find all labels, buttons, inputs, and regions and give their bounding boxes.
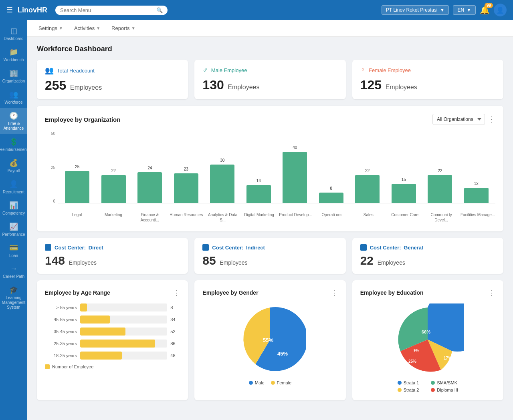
stat-card-male: ♂ Male Employee 130 Employees	[194, 60, 345, 99]
age-bar-row: 25-35 years 86	[45, 340, 180, 348]
org-chart-section: Employee by Organization All Organizatio…	[37, 106, 503, 231]
male-employee-count: 130	[202, 78, 224, 92]
education-chart-more-icon[interactable]: ⋮	[488, 288, 495, 297]
bottom-charts-row: Employee by Age Range ⋮ > 55 years 8 45-…	[37, 280, 503, 400]
search-input[interactable]	[60, 7, 156, 13]
cost-center-row: Cost Center: Direct 148 Employees Cost C…	[37, 238, 503, 274]
org-chart-title: Employee by Organization	[45, 116, 120, 123]
sidebar-item-reimbursement[interactable]: 💲 Reimbursement	[0, 134, 27, 155]
age-chart-legend: Number of Employee	[45, 364, 180, 369]
sidebar-item-lms[interactable]: 🎓 Learning Management System	[0, 282, 27, 313]
s2-legend-dot	[398, 388, 402, 392]
sidebar-item-performance[interactable]: 📈 Performance	[0, 219, 27, 240]
loan-icon: 💳	[9, 243, 18, 252]
stat-card-total: 👥 Total Headcount 255 Employees	[37, 60, 188, 99]
stats-row: 👥 Total Headcount 255 Employees ♂ Male E…	[37, 60, 503, 99]
age-bar-row: 35-45 years 52	[45, 328, 180, 336]
age-bar-row: 18-25 years 48	[45, 352, 180, 360]
bar-col-finance-&-accounti...: 24	[132, 131, 168, 203]
chart-more-icon[interactable]: ⋮	[488, 116, 495, 123]
education-pie-container: 66% 17% 25% 9% Strata 1 SMA/SMK	[360, 303, 495, 392]
user-avatar[interactable]: 👤	[494, 4, 507, 16]
subnav-reports[interactable]: Reports ▼	[107, 22, 140, 34]
hamburger-menu[interactable]: ☰	[6, 6, 13, 14]
subnav-activities[interactable]: Activities ▼	[69, 22, 105, 34]
sidebar-item-dashboard[interactable]: ◫ Dashboard	[0, 23, 27, 44]
bar-col-marketing: 22	[96, 131, 131, 203]
male-legend-dot	[249, 381, 253, 385]
age-bars: > 55 years 8 45-55 years 34 35-45 years …	[45, 303, 180, 360]
language-selector[interactable]: EN ▼	[453, 5, 476, 15]
age-legend-label: Number of Employee	[52, 364, 93, 369]
bar-col-facilities-manage...: 12	[459, 131, 494, 203]
bar-col-operati-ons: 8	[314, 131, 349, 203]
recruitment-icon: 👤	[9, 180, 18, 189]
gender-chart-more-icon[interactable]: ⋮	[331, 288, 338, 297]
time-attendance-icon: 🕐	[9, 111, 18, 120]
cost-indirect-label: Cost Center: Indirect	[212, 245, 265, 251]
cost-direct-count: 148	[45, 254, 65, 267]
female-legend-label: Female	[277, 380, 292, 385]
search-icon: 🔍	[156, 7, 163, 13]
sma-legend-dot	[431, 381, 435, 385]
male-legend-label: Male	[255, 380, 265, 385]
payroll-icon: 💰	[9, 159, 18, 167]
performance-icon: 📈	[9, 222, 18, 231]
edu-legend-s1: Strata 1	[398, 380, 425, 385]
dashboard-icon: ◫	[10, 26, 17, 35]
sidebar-item-workforce[interactable]: 👥 Workforce	[0, 87, 27, 108]
education-chart-title: Employee by Education	[360, 289, 424, 296]
sidebar-item-time-attendance[interactable]: 🕐 Time & Attendance	[0, 108, 27, 134]
sidebar-item-recruitment[interactable]: 👤 Recruitment	[0, 177, 27, 198]
gender-chart-title: Employee by Gender	[202, 289, 258, 296]
gender-pie-container: 55% 45% Male Female	[202, 303, 337, 385]
sidebar-item-organization[interactable]: 🏢 Organization	[0, 66, 27, 87]
gender-pie-legend: Male Female	[249, 380, 292, 385]
bar-chart: 50 25 0 25 22 24	[45, 131, 495, 223]
org-filter-select[interactable]: All Organizations Division A Division B	[432, 114, 485, 125]
notification-bell[interactable]: 🔔 99	[480, 5, 490, 15]
cost-general-unit: Employees	[378, 259, 405, 266]
bar-col-customer-care: 15	[386, 131, 422, 203]
bar-col-analytics-&-data-s...: 30	[205, 131, 240, 203]
total-headcount-icon: 👥	[45, 66, 54, 75]
total-headcount-count: 255	[45, 78, 66, 92]
cost-indirect-count: 85	[202, 254, 216, 267]
cost-direct-label: Cost Center: Direct	[55, 245, 103, 251]
gender-legend-male: Male	[249, 380, 265, 385]
subnav-settings[interactable]: Settings ▼	[34, 22, 68, 34]
organization-icon: 🏢	[9, 69, 18, 78]
workforce-icon: 👥	[9, 90, 18, 99]
topnav-right: PT Linov Roket Prestasi ▼ EN ▼ 🔔 99 👤	[382, 4, 507, 16]
cost-card-general: Cost Center: General 22 Employees	[352, 238, 503, 274]
svg-text:9%: 9%	[414, 348, 419, 352]
company-selector[interactable]: PT Linov Roket Prestasi ▼	[382, 5, 449, 15]
bar-col-product-develop...: 40	[277, 131, 313, 203]
svg-text:66%: 66%	[422, 330, 430, 334]
notification-badge: 99	[485, 3, 493, 8]
age-legend-dot	[45, 364, 50, 369]
sidebar-item-payroll[interactable]: 💰 Payroll	[0, 155, 27, 177]
gender-card: Employee by Gender ⋮ 55% 45% Male	[194, 280, 345, 400]
sidebar-item-career-path[interactable]: → Career Path	[0, 261, 27, 282]
cost-card-indirect: Cost Center: Indirect 85 Employees	[194, 238, 345, 274]
male-employee-unit: Employees	[228, 84, 259, 90]
age-chart-more-icon[interactable]: ⋮	[173, 288, 180, 297]
chevron-down-icon: ▼	[467, 7, 471, 13]
reimbursement-icon: 💲	[9, 137, 18, 146]
education-card: Employee by Education ⋮ 66%	[352, 280, 503, 400]
cost-general-label: Cost Center: General	[370, 245, 423, 251]
sidebar-item-loan[interactable]: 💳 Loan	[0, 240, 27, 261]
cost-direct-icon	[45, 244, 51, 251]
sidebar-item-workbench[interactable]: 📁 Workbench	[0, 44, 27, 66]
edu-legend-d3: Diploma III	[431, 388, 458, 392]
s1-legend-label: Strata 1	[404, 380, 419, 385]
stat-card-female: ♀ Female Employee 125 Employees	[352, 60, 503, 99]
main-content: Workforce Dashboard 👥 Total Headcount 25…	[27, 37, 513, 420]
sidebar-item-competency[interactable]: 📊 Competency	[0, 198, 27, 219]
search-bar[interactable]: 🔍	[55, 6, 168, 15]
svg-text:45%: 45%	[277, 351, 288, 357]
sidebar: ◫ Dashboard 📁 Workbench 🏢 Organization 👥…	[0, 20, 27, 420]
svg-text:25%: 25%	[408, 359, 416, 364]
svg-text:17%: 17%	[444, 356, 452, 360]
